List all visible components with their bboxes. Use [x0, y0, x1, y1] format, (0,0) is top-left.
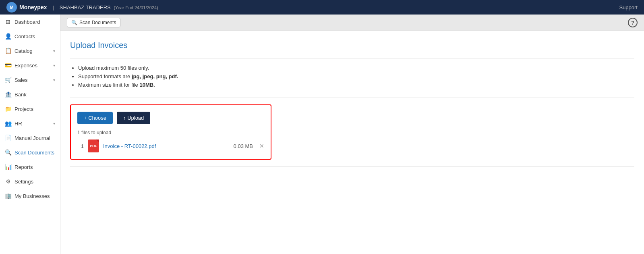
- sidebar-item-bank[interactable]: 🏦 Bank: [0, 87, 60, 102]
- nav-divider: |: [52, 4, 54, 10]
- choose-button[interactable]: + Choose: [77, 112, 113, 124]
- breadcrumb-search-icon: 🔍: [71, 20, 77, 25]
- sidebar-label-reports: Reports: [14, 164, 33, 170]
- upload-label: ↑ Upload: [123, 115, 144, 121]
- sidebar-label-dashboard: Dashboard: [14, 19, 40, 25]
- info-item-1: Upload maximum 50 files only.: [78, 65, 634, 71]
- main-content: Upload Invoices Upload maximum 50 files …: [60, 31, 644, 254]
- expenses-arrow: ▾: [53, 63, 55, 68]
- upload-button[interactable]: ↑ Upload: [117, 112, 150, 124]
- top-nav-right: Support: [619, 4, 638, 10]
- page-title: Upload Invoices: [70, 41, 634, 50]
- sidebar-label-hr: HR: [14, 121, 22, 127]
- sidebar-item-projects[interactable]: 📁 Projects: [0, 102, 60, 116]
- help-icon[interactable]: ?: [628, 18, 638, 27]
- sidebar-item-manual-journal[interactable]: 📄 Manual Journal: [0, 131, 60, 145]
- right-panel: 🔍 Scan Documents ? Upload Invoices Uploa…: [60, 15, 644, 254]
- scan-documents-icon: 🔍: [5, 149, 11, 156]
- upload-buttons: + Choose ↑ Upload: [77, 112, 264, 124]
- sidebar-label-scan-documents: Scan Documents: [14, 150, 54, 156]
- breadcrumb-scan-documents[interactable]: 🔍 Scan Documents: [67, 18, 120, 27]
- choose-label: + Choose: [84, 115, 106, 121]
- sidebar-label-my-businesses: My Businesses: [14, 193, 50, 199]
- sidebar-label-contacts: Contacts: [14, 33, 35, 40]
- file-close-button[interactable]: ✕: [259, 143, 264, 149]
- file-name: Invoice - RT-00022.pdf: [103, 143, 230, 149]
- sidebar-label-settings: Settings: [14, 179, 33, 185]
- top-nav-left: M Moneypex | SHAHBAZ TRADERS (Year End 2…: [6, 2, 158, 12]
- sidebar-item-reports[interactable]: 📊 Reports: [0, 160, 60, 174]
- divider-bottom: [70, 166, 634, 167]
- info-item-2: Supported formats are jpg, jpeg, png, pd…: [78, 73, 634, 79]
- logo-icon: M: [6, 2, 17, 12]
- sidebar: ⊞ Dashboard 👤 Contacts 📋 Catalog ▾ 💳 Exp…: [0, 15, 60, 254]
- sidebar-label-projects: Projects: [14, 106, 33, 112]
- breadcrumb-label: Scan Documents: [79, 20, 116, 25]
- sidebar-item-my-businesses[interactable]: 🏢 My Businesses: [0, 189, 60, 203]
- year-end: (Year End 24/01/2024): [114, 5, 158, 10]
- manual-journal-icon: 📄: [5, 135, 11, 141]
- settings-icon: ⚙: [5, 178, 11, 185]
- top-nav: M Moneypex | SHAHBAZ TRADERS (Year End 2…: [0, 0, 644, 15]
- sidebar-item-sales[interactable]: 🛒 Sales ▾: [0, 73, 60, 87]
- bank-icon: 🏦: [5, 91, 11, 98]
- expenses-icon: 💳: [5, 62, 11, 69]
- hr-arrow: ▾: [53, 121, 55, 126]
- info-item-3: Maximum size limit for file 10MB.: [78, 82, 634, 88]
- sidebar-label-bank: Bank: [14, 92, 27, 98]
- breadcrumb-bar: 🔍 Scan Documents ?: [60, 15, 644, 31]
- files-count: 1 files to upload: [77, 130, 264, 135]
- my-businesses-icon: 🏢: [5, 193, 11, 199]
- content-inner: Upload Invoices Upload maximum 50 files …: [60, 31, 644, 183]
- company-name: SHAHBAZ TRADERS (Year End 24/01/2024): [60, 4, 158, 10]
- sidebar-item-contacts[interactable]: 👤 Contacts: [0, 29, 60, 44]
- projects-icon: 📁: [5, 106, 11, 112]
- divider-top: [70, 58, 634, 58]
- file-size: 0.03 MB: [234, 143, 253, 149]
- reports-icon: 📊: [5, 164, 11, 170]
- hr-icon: 👥: [5, 120, 11, 127]
- sales-arrow: ▾: [53, 78, 55, 82]
- sidebar-item-dashboard[interactable]: ⊞ Dashboard: [0, 15, 60, 29]
- sales-icon: 🛒: [5, 77, 11, 83]
- file-number: 1: [77, 143, 84, 149]
- support-link[interactable]: Support: [619, 4, 638, 10]
- sidebar-item-hr[interactable]: 👥 HR ▾: [0, 116, 60, 131]
- file-row: 1 PDF Invoice - RT-00022.pdf 0.03 MB ✕: [77, 139, 264, 152]
- pdf-icon: PDF: [88, 139, 99, 152]
- sidebar-item-expenses[interactable]: 💳 Expenses ▾: [0, 58, 60, 73]
- sidebar-label-manual-journal: Manual Journal: [14, 135, 50, 141]
- sidebar-item-catalog[interactable]: 📋 Catalog ▾: [0, 44, 60, 58]
- sidebar-item-settings[interactable]: ⚙ Settings: [0, 174, 60, 189]
- layout: ⊞ Dashboard 👤 Contacts 📋 Catalog ▾ 💳 Exp…: [0, 15, 644, 254]
- catalog-arrow: ▾: [53, 49, 55, 53]
- info-list: Upload maximum 50 files only. Supported …: [70, 65, 634, 88]
- logo-text: Moneypex: [19, 4, 47, 10]
- catalog-icon: 📋: [5, 48, 11, 54]
- divider-middle: [70, 98, 634, 98]
- dashboard-icon: ⊞: [5, 19, 11, 25]
- sidebar-label-catalog: Catalog: [14, 48, 33, 54]
- upload-box: + Choose ↑ Upload 1 files to upload 1 PD…: [70, 104, 271, 160]
- contacts-icon: 👤: [5, 33, 11, 40]
- logo: M Moneypex: [6, 2, 47, 12]
- sidebar-label-expenses: Expenses: [14, 62, 37, 69]
- sidebar-item-scan-documents[interactable]: 🔍 Scan Documents: [0, 145, 60, 160]
- sidebar-label-sales: Sales: [14, 77, 28, 83]
